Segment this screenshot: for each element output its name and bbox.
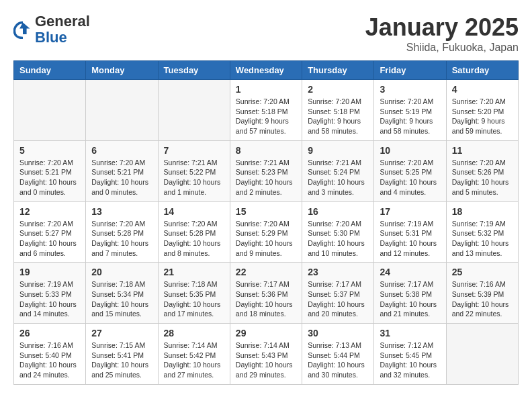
calendar-cell <box>446 324 518 385</box>
calendar-week-row: 12Sunrise: 7:20 AM Sunset: 5:27 PM Dayli… <box>14 201 519 263</box>
logo: General Blue <box>13 13 90 46</box>
calendar-cell: 3Sunrise: 7:20 AM Sunset: 5:19 PM Daylig… <box>374 80 446 141</box>
calendar-cell: 26Sunrise: 7:16 AM Sunset: 5:40 PM Dayli… <box>14 324 86 385</box>
calendar-cell <box>14 80 86 141</box>
day-number: 29 <box>236 328 296 338</box>
day-number: 18 <box>452 206 513 217</box>
calendar-cell: 19Sunrise: 7:19 AM Sunset: 5:33 PM Dayli… <box>14 263 86 324</box>
calendar-table: SundayMondayTuesdayWednesdayThursdayFrid… <box>13 60 519 385</box>
day-number: 30 <box>308 328 368 338</box>
day-number: 26 <box>19 328 80 338</box>
calendar-cell: 11Sunrise: 7:20 AM Sunset: 5:26 PM Dayli… <box>446 140 518 201</box>
calendar-cell: 7Sunrise: 7:21 AM Sunset: 5:22 PM Daylig… <box>158 140 230 201</box>
calendar-cell: 2Sunrise: 7:20 AM Sunset: 5:18 PM Daylig… <box>302 80 374 141</box>
day-number: 6 <box>91 145 152 156</box>
day-number: 13 <box>91 206 152 217</box>
day-number: 1 <box>236 84 296 95</box>
day-number: 23 <box>308 267 368 277</box>
calendar-cell: 6Sunrise: 7:20 AM Sunset: 5:21 PM Daylig… <box>86 140 158 201</box>
day-number: 19 <box>19 267 80 277</box>
day-info: Sunrise: 7:15 AM Sunset: 5:41 PM Dayligh… <box>91 340 152 380</box>
calendar-cell: 9Sunrise: 7:21 AM Sunset: 5:24 PM Daylig… <box>302 140 374 201</box>
day-info: Sunrise: 7:12 AM Sunset: 5:45 PM Dayligh… <box>380 340 440 380</box>
day-info: Sunrise: 7:20 AM Sunset: 5:26 PM Dayligh… <box>452 158 513 197</box>
calendar-cell: 1Sunrise: 7:20 AM Sunset: 5:18 PM Daylig… <box>230 80 302 141</box>
day-number: 10 <box>380 145 440 156</box>
day-info: Sunrise: 7:20 AM Sunset: 5:21 PM Dayligh… <box>19 158 80 197</box>
calendar-cell: 30Sunrise: 7:13 AM Sunset: 5:44 PM Dayli… <box>302 324 374 385</box>
day-info: Sunrise: 7:17 AM Sunset: 5:36 PM Dayligh… <box>236 279 296 319</box>
calendar-cell <box>86 80 158 141</box>
day-info: Sunrise: 7:20 AM Sunset: 5:21 PM Dayligh… <box>91 158 152 197</box>
day-info: Sunrise: 7:20 AM Sunset: 5:29 PM Dayligh… <box>236 219 296 259</box>
day-info: Sunrise: 7:18 AM Sunset: 5:35 PM Dayligh… <box>164 279 224 319</box>
day-number: 8 <box>236 145 296 156</box>
day-number: 3 <box>380 84 440 95</box>
day-info: Sunrise: 7:16 AM Sunset: 5:40 PM Dayligh… <box>19 340 80 380</box>
day-info: Sunrise: 7:19 AM Sunset: 5:33 PM Dayligh… <box>19 279 80 319</box>
calendar-week-row: 1Sunrise: 7:20 AM Sunset: 5:18 PM Daylig… <box>14 80 519 141</box>
day-info: Sunrise: 7:14 AM Sunset: 5:42 PM Dayligh… <box>164 340 224 380</box>
day-number: 22 <box>236 267 296 277</box>
day-info: Sunrise: 7:21 AM Sunset: 5:23 PM Dayligh… <box>236 158 296 197</box>
weekday-header-monday: Monday <box>86 61 158 80</box>
title-block: January 2025 Shiida, Fukuoka, Japan <box>365 13 519 54</box>
day-info: Sunrise: 7:19 AM Sunset: 5:31 PM Dayligh… <box>380 219 440 259</box>
month-title: January 2025 <box>365 13 519 42</box>
calendar-cell: 18Sunrise: 7:19 AM Sunset: 5:32 PM Dayli… <box>446 201 518 263</box>
calendar-cell: 22Sunrise: 7:17 AM Sunset: 5:36 PM Dayli… <box>230 263 302 324</box>
day-info: Sunrise: 7:20 AM Sunset: 5:20 PM Dayligh… <box>452 97 513 136</box>
day-info: Sunrise: 7:17 AM Sunset: 5:37 PM Dayligh… <box>308 279 368 319</box>
weekday-header-thursday: Thursday <box>302 61 374 80</box>
calendar-cell: 20Sunrise: 7:18 AM Sunset: 5:34 PM Dayli… <box>86 263 158 324</box>
day-number: 7 <box>164 145 224 156</box>
calendar-cell: 17Sunrise: 7:19 AM Sunset: 5:31 PM Dayli… <box>374 201 446 263</box>
day-info: Sunrise: 7:20 AM Sunset: 5:19 PM Dayligh… <box>380 97 440 136</box>
weekday-row: SundayMondayTuesdayWednesdayThursdayFrid… <box>14 61 519 80</box>
day-number: 14 <box>164 206 224 217</box>
day-info: Sunrise: 7:20 AM Sunset: 5:25 PM Dayligh… <box>380 158 440 197</box>
calendar-cell: 5Sunrise: 7:20 AM Sunset: 5:21 PM Daylig… <box>14 140 86 201</box>
weekday-header-wednesday: Wednesday <box>230 61 302 80</box>
day-number: 20 <box>91 267 152 277</box>
day-number: 9 <box>308 145 368 156</box>
day-number: 28 <box>164 328 224 338</box>
day-info: Sunrise: 7:19 AM Sunset: 5:32 PM Dayligh… <box>452 219 513 259</box>
weekday-header-saturday: Saturday <box>446 61 518 80</box>
day-info: Sunrise: 7:21 AM Sunset: 5:22 PM Dayligh… <box>164 158 224 197</box>
day-info: Sunrise: 7:16 AM Sunset: 5:39 PM Dayligh… <box>452 279 513 319</box>
day-info: Sunrise: 7:20 AM Sunset: 5:28 PM Dayligh… <box>164 219 224 259</box>
day-number: 15 <box>236 206 296 217</box>
location: Shiida, Fukuoka, Japan <box>365 42 519 54</box>
day-number: 31 <box>380 328 440 338</box>
day-info: Sunrise: 7:20 AM Sunset: 5:18 PM Dayligh… <box>308 97 368 136</box>
weekday-header-friday: Friday <box>374 61 446 80</box>
calendar-cell: 16Sunrise: 7:20 AM Sunset: 5:30 PM Dayli… <box>302 201 374 263</box>
day-number: 24 <box>380 267 440 277</box>
calendar-cell: 15Sunrise: 7:20 AM Sunset: 5:29 PM Dayli… <box>230 201 302 263</box>
day-info: Sunrise: 7:13 AM Sunset: 5:44 PM Dayligh… <box>308 340 368 380</box>
day-info: Sunrise: 7:21 AM Sunset: 5:24 PM Dayligh… <box>308 158 368 197</box>
day-info: Sunrise: 7:20 AM Sunset: 5:28 PM Dayligh… <box>91 219 152 259</box>
calendar-cell: 10Sunrise: 7:20 AM Sunset: 5:25 PM Dayli… <box>374 140 446 201</box>
calendar-cell: 28Sunrise: 7:14 AM Sunset: 5:42 PM Dayli… <box>158 324 230 385</box>
calendar-cell: 12Sunrise: 7:20 AM Sunset: 5:27 PM Dayli… <box>14 201 86 263</box>
logo-general-text: General <box>35 13 90 30</box>
weekday-header-tuesday: Tuesday <box>158 61 230 80</box>
calendar-header: SundayMondayTuesdayWednesdayThursdayFrid… <box>14 61 519 80</box>
day-info: Sunrise: 7:18 AM Sunset: 5:34 PM Dayligh… <box>91 279 152 319</box>
day-info: Sunrise: 7:20 AM Sunset: 5:18 PM Dayligh… <box>236 97 296 136</box>
calendar-cell: 23Sunrise: 7:17 AM Sunset: 5:37 PM Dayli… <box>302 263 374 324</box>
day-number: 25 <box>452 267 513 277</box>
calendar-cell: 4Sunrise: 7:20 AM Sunset: 5:20 PM Daylig… <box>446 80 518 141</box>
day-info: Sunrise: 7:14 AM Sunset: 5:43 PM Dayligh… <box>236 340 296 380</box>
calendar-week-row: 19Sunrise: 7:19 AM Sunset: 5:33 PM Dayli… <box>14 263 519 324</box>
calendar-week-row: 5Sunrise: 7:20 AM Sunset: 5:21 PM Daylig… <box>14 140 519 201</box>
logo-icon <box>13 20 32 39</box>
day-number: 27 <box>91 328 152 338</box>
day-info: Sunrise: 7:17 AM Sunset: 5:38 PM Dayligh… <box>380 279 440 319</box>
calendar-cell <box>158 80 230 141</box>
weekday-header-sunday: Sunday <box>14 61 86 80</box>
day-number: 11 <box>452 145 513 156</box>
calendar-body: 1Sunrise: 7:20 AM Sunset: 5:18 PM Daylig… <box>14 80 519 385</box>
